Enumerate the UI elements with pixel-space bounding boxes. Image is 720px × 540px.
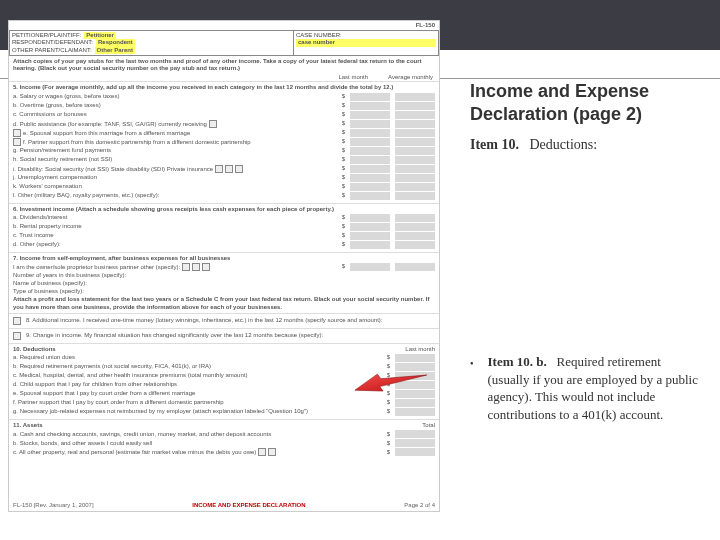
section-6-title: 6. Investment income (Attach a schedule … xyxy=(13,206,435,213)
col-average: Average monthly xyxy=(388,74,433,81)
s10-f: f. Partner support that I pay by court o… xyxy=(13,399,384,406)
case-number-value: case number xyxy=(296,39,436,46)
case-number-label: CASE NUMBER: xyxy=(296,32,436,39)
s7-name: Name of business (specify): xyxy=(13,280,435,287)
s7-type: Type of business (specify): xyxy=(13,288,435,295)
section-6: 6. Investment income (Attach a schedule … xyxy=(9,203,439,252)
form-header: PETITIONER/PLAINTIFF:Petitioner RESPONDE… xyxy=(9,30,439,56)
bullet-text: Item 10. b. Required retirement (usually… xyxy=(488,353,700,423)
s5-a: a. Salary or wages (gross, before taxes) xyxy=(13,93,339,100)
form-image: FL-150 PETITIONER/PLAINTIFF:Petitioner R… xyxy=(8,20,440,512)
s5-j: j. Unemployment compensation xyxy=(13,174,339,181)
s9-text: 9. Change in income. My financial situat… xyxy=(26,332,435,339)
item-text: Deductions: xyxy=(530,137,598,152)
s7-note: Attach a profit and loss statement for t… xyxy=(13,296,435,310)
s5-c: c. Commissions or bonuses xyxy=(13,111,339,118)
section-11-title: 11. Assets xyxy=(13,422,42,429)
s5-f: f. Partner support from this domestic pa… xyxy=(13,138,339,146)
s5-e: e. Spousal support from this marriage fr… xyxy=(13,129,339,137)
other-parent-label: OTHER PARENT/CLAIMANT: xyxy=(12,47,92,54)
section-8: 8. Additional income. I received one-tim… xyxy=(9,313,439,328)
s11-a: a. Cash and checking accounts, savings, … xyxy=(13,431,384,438)
s10-b: b. Required retirement payments (not soc… xyxy=(13,363,384,370)
col-last-month: Last month xyxy=(338,74,368,81)
s11-b: b. Stocks, bonds, and other assets I cou… xyxy=(13,440,384,447)
s10-e: e. Spousal support that I pay by court o… xyxy=(13,390,384,397)
section-5: 5. Income (For average monthly, add up a… xyxy=(9,81,439,202)
petitioner-value: Petitioner xyxy=(84,32,116,39)
bullet-label: Item 10. b. xyxy=(488,354,547,369)
s5-b: b. Overtime (gross, before taxes) xyxy=(13,102,339,109)
annotation-panel: Income and Expense Declaration (page 2) … xyxy=(470,80,700,423)
s5-g: g. Pension/retirement fund payments xyxy=(13,147,339,154)
s5-l: l. Other (military BAQ, royalty payments… xyxy=(13,192,339,199)
s10-d: d. Child support that I pay for children… xyxy=(13,381,384,388)
section-7: 7. Income from self-employment, after bu… xyxy=(9,252,439,313)
section-9: 9. Change in income. My financial situat… xyxy=(9,328,439,343)
item-heading: Item 10. Deductions: xyxy=(470,137,700,153)
petitioner-label: PETITIONER/PLAINTIFF: xyxy=(12,32,81,39)
s11-c: c. All other property, real and personal… xyxy=(13,448,384,456)
form-code: FL-150 xyxy=(9,21,439,30)
s8-text: 8. Additional income. I received one-tim… xyxy=(26,317,435,324)
section-10: 10. Deductions Last month a. Required un… xyxy=(9,343,439,419)
column-headers: Last month Average monthly xyxy=(9,74,439,81)
page-title: Income and Expense Declaration (page 2) xyxy=(470,80,700,125)
section-10-title: 10. Deductions xyxy=(13,346,56,353)
other-parent-value: Other Parent xyxy=(95,47,135,54)
s6-b: b. Rental property income xyxy=(13,223,339,230)
s10-g: g. Necessary job-related expenses not re… xyxy=(13,408,384,415)
s5-h: h. Social security retirement (not SSI) xyxy=(13,156,339,163)
s6-d: d. Other (specify): xyxy=(13,241,339,248)
s10-a: a. Required union dues xyxy=(13,354,384,361)
s10-c: c. Medical, hospital, dental, and other … xyxy=(13,372,384,379)
footer-right: Page 2 of 4 xyxy=(404,502,435,509)
bullet-marker-icon: • xyxy=(470,353,474,423)
form-footer: FL-150 [Rev. January 1, 2007] INCOME AND… xyxy=(13,502,435,509)
s6-c: c. Trust income xyxy=(13,232,339,239)
bullet-item: • Item 10. b. Required retirement (usual… xyxy=(470,353,700,423)
s7-line: I am the owner/sole proprietor business … xyxy=(13,263,339,271)
s6-a: a. Dividends/interest xyxy=(13,214,339,221)
respondent-label: RESPONDENT/DEFENDANT: xyxy=(12,39,93,46)
item-label: Item 10. xyxy=(470,137,519,152)
footer-center: INCOME AND EXPENSE DECLARATION xyxy=(192,502,305,509)
s5-d: d. Public assistance (for example: TANF,… xyxy=(13,120,339,128)
s5-i: i. Disability: Social security (not SSI)… xyxy=(13,165,339,173)
section-11-col: Total xyxy=(422,422,435,429)
respondent-value: Respondent xyxy=(96,39,135,46)
section-11: 11. Assets Total a. Cash and checking ac… xyxy=(9,419,439,459)
s5-k: k. Workers' compensation xyxy=(13,183,339,190)
attach-note: Attach copies of your pay stubs for the … xyxy=(9,56,439,74)
section-10-col: Last month xyxy=(405,346,435,353)
s7-years: Number of years in this business (specif… xyxy=(13,272,435,279)
footer-left: FL-150 [Rev. January 1, 2007] xyxy=(13,502,94,509)
section-7-title: 7. Income from self-employment, after bu… xyxy=(13,255,435,262)
section-5-title: 5. Income (For average monthly, add up a… xyxy=(13,84,435,91)
